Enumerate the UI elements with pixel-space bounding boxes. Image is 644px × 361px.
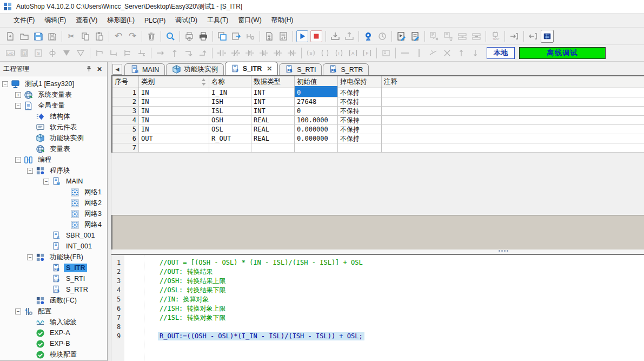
column-header-7[interactable]: 注释 bbox=[382, 76, 644, 88]
tree-item-[interactable]: 电子凸轮 bbox=[0, 360, 107, 360]
tree-item-fb[interactable]: −功能块(FB) bbox=[0, 252, 107, 262]
paste-icon[interactable] bbox=[92, 29, 107, 43]
collapse-icon[interactable]: − bbox=[15, 157, 21, 163]
check-program-icon[interactable] bbox=[262, 29, 276, 43]
cell-r2-comment[interactable] bbox=[382, 97, 644, 107]
delete-icon[interactable] bbox=[144, 29, 158, 43]
menu-item-9[interactable]: 帮助(H) bbox=[267, 14, 298, 27]
close-panel-icon[interactable]: ✕ bbox=[95, 65, 104, 74]
batch-monitor-icon[interactable] bbox=[427, 29, 441, 43]
delete-hline-icon[interactable] bbox=[426, 46, 440, 60]
line-up-icon[interactable] bbox=[168, 46, 182, 60]
column-header-3[interactable]: 名称 bbox=[209, 76, 251, 88]
tree-item-sbr_001[interactable]: SSBR_001 bbox=[0, 230, 107, 241]
cell-r2-datatype[interactable]: INT bbox=[251, 97, 295, 107]
tree-item-main[interactable]: −MMAIN bbox=[0, 176, 107, 187]
cell-r7-init[interactable] bbox=[295, 143, 338, 153]
st-code-editor[interactable]: 123456789 //OUT = [(OSH - OSL) * (IN - I… bbox=[111, 254, 644, 361]
contact-rise-icon[interactable] bbox=[243, 46, 257, 60]
column-header-6[interactable]: 掉电保持 bbox=[338, 76, 382, 88]
cell-r5-datatype[interactable]: REAL bbox=[251, 125, 295, 134]
menu-item-7[interactable]: 工具(T) bbox=[202, 14, 233, 27]
vertical-splitter[interactable] bbox=[108, 62, 111, 361]
stop-icon[interactable] bbox=[309, 29, 323, 43]
export-window-icon[interactable] bbox=[229, 29, 243, 43]
menu-item-2[interactable]: 编辑(E) bbox=[39, 14, 71, 27]
code-line-5[interactable]: //IN: 换算对象 bbox=[124, 295, 644, 304]
test-icon[interactable]: TEST bbox=[488, 29, 502, 43]
cell-r3-comment[interactable] bbox=[382, 107, 644, 116]
time-monitor-icon[interactable] bbox=[375, 29, 389, 43]
coil-f-icon[interactable]: F bbox=[360, 46, 374, 60]
draw-up-icon[interactable] bbox=[454, 46, 468, 60]
code-line-9[interactable]: R_OUT:=((OSH - OSL)*(I_IN - ISL)/(ISH - … bbox=[124, 332, 644, 341]
cell-r7-category[interactable] bbox=[139, 143, 209, 153]
cell-r7-datatype[interactable] bbox=[251, 143, 295, 153]
draw-hline-icon[interactable] bbox=[398, 46, 412, 60]
save-icon[interactable] bbox=[31, 29, 45, 43]
redo-icon[interactable]: ↷ bbox=[125, 29, 140, 43]
collapse-icon[interactable]: − bbox=[15, 309, 21, 314]
cell-r1-init[interactable]: 0 bbox=[295, 88, 338, 97]
cell-r5-no[interactable]: 5 bbox=[112, 125, 139, 134]
tree-item-s_rti[interactable]: FBS_RTI bbox=[0, 273, 107, 284]
tree-item-exp-a[interactable]: EXP-A bbox=[0, 327, 107, 338]
tree-item-1easy320[interactable]: −测试1 [Easy320] bbox=[0, 78, 107, 89]
branch-open-icon[interactable] bbox=[92, 46, 107, 60]
tree-item-[interactable]: −配置 bbox=[0, 306, 107, 317]
splitter-grip-icon[interactable] bbox=[499, 250, 508, 252]
cell-r3-retain[interactable]: 不保持 bbox=[338, 107, 382, 116]
tree-item-[interactable]: −程序块 bbox=[0, 165, 107, 176]
run-write-icon[interactable] bbox=[394, 29, 408, 43]
corner-down-icon[interactable] bbox=[182, 46, 196, 60]
code-area[interactable]: //OUT = [(OSH - OSL) * (IN - ISL)/(ISH -… bbox=[124, 255, 644, 361]
column-header-4[interactable]: 数据类型 bbox=[251, 76, 295, 88]
tab-s_rtr[interactable]: FBS_RTR bbox=[323, 63, 369, 75]
verify-program-icon[interactable] bbox=[276, 29, 290, 43]
run-icon[interactable] bbox=[295, 29, 309, 43]
cell-r6-name[interactable]: R_OUT bbox=[209, 134, 251, 143]
instruction-table-icon[interactable] bbox=[540, 29, 554, 43]
contact-nc-icon[interactable] bbox=[229, 46, 243, 60]
insert-row-icon[interactable] bbox=[455, 29, 469, 43]
cell-r6-retain[interactable]: 不保持 bbox=[338, 134, 382, 143]
cell-r6-init[interactable]: 0.000000 bbox=[295, 134, 338, 143]
new-file-icon[interactable] bbox=[3, 29, 17, 43]
sort-icon[interactable] bbox=[201, 78, 206, 87]
pin-icon[interactable] bbox=[84, 65, 93, 74]
cell-r5-comment[interactable] bbox=[382, 125, 644, 134]
tree-item-[interactable]: −全局变量 bbox=[0, 100, 107, 111]
delete-cross-icon[interactable] bbox=[440, 46, 454, 60]
cell-r7-no[interactable]: 7 bbox=[112, 143, 139, 153]
tree-item-[interactable]: 软元件表 bbox=[0, 122, 107, 133]
contact-no-icon[interactable] bbox=[215, 46, 229, 60]
tab-s_rti[interactable]: FBS_RTI bbox=[279, 63, 322, 75]
tree-item-[interactable]: 输入滤波 bbox=[0, 317, 107, 327]
open-folder-icon[interactable] bbox=[17, 29, 31, 43]
collapse-icon[interactable]: − bbox=[27, 168, 33, 174]
menu-item-3[interactable]: 查看(V) bbox=[71, 14, 102, 27]
cell-r4-datatype[interactable]: REAL bbox=[251, 116, 295, 125]
contact-fall-icon[interactable] bbox=[257, 46, 271, 60]
corner-up-icon[interactable] bbox=[196, 46, 210, 60]
tree-item-1[interactable]: 网络1 bbox=[0, 187, 107, 198]
column-header-5[interactable]: 初始值 bbox=[295, 76, 338, 88]
branch-close-icon[interactable] bbox=[107, 46, 121, 60]
cell-r3-no[interactable]: 3 bbox=[112, 107, 139, 116]
cell-r7-comment[interactable] bbox=[382, 143, 644, 153]
download-tray-icon[interactable] bbox=[328, 29, 342, 43]
branch-add-icon[interactable] bbox=[121, 46, 135, 60]
expand-icon[interactable]: + bbox=[15, 92, 21, 98]
cell-r4-init[interactable]: 100.0000 bbox=[295, 116, 338, 125]
coil-node-icon[interactable] bbox=[45, 46, 59, 60]
code-line-3[interactable]: //OSH: 转换结果上限 bbox=[124, 277, 644, 286]
collapse-icon[interactable]: − bbox=[27, 254, 33, 260]
print-preview-icon[interactable] bbox=[182, 29, 196, 43]
cell-r2-no[interactable]: 2 bbox=[112, 97, 139, 107]
cell-r2-name[interactable]: ISH bbox=[209, 97, 251, 107]
column-header-2[interactable]: 类别 bbox=[139, 76, 209, 88]
collapse-icon[interactable]: − bbox=[2, 81, 8, 87]
tree-item-2[interactable]: 网络2 bbox=[0, 198, 107, 208]
tree-item-[interactable]: 变量表 bbox=[0, 143, 107, 154]
close-tab-icon[interactable]: ✕ bbox=[267, 65, 272, 73]
